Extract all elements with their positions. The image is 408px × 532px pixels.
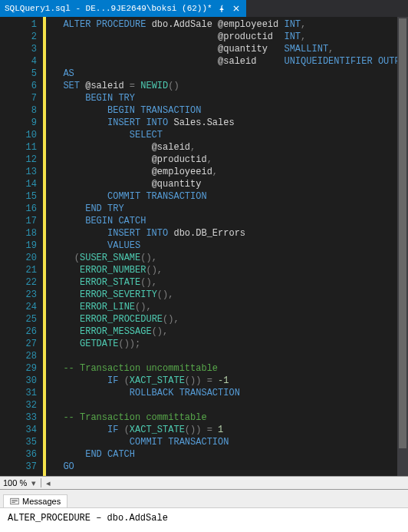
line-number: 27 (0, 338, 37, 350)
line-number: 32 (0, 399, 37, 411)
line-number: 17 (0, 215, 37, 227)
pin-icon[interactable] (217, 4, 226, 13)
line-number: 9 (0, 117, 37, 129)
line-number: 16 (0, 203, 37, 215)
zoom-dropdown-icon[interactable]: ▾ (31, 478, 36, 488)
output-tab-bar: Messages (0, 490, 408, 508)
code-line[interactable]: (SUSER_SNAME(), (52, 252, 408, 264)
code-line[interactable]: ROLLBACK TRANSACTION (52, 387, 408, 399)
code-line[interactable]: ERROR_PROCEDURE(), (52, 313, 408, 325)
line-number: 6 (0, 80, 37, 92)
separator (41, 478, 41, 487)
code-line[interactable]: @saleid, (52, 141, 408, 154)
code-line[interactable]: GO (52, 461, 408, 473)
code-line[interactable]: SET @saleid = NEWID() (52, 80, 408, 92)
code-line[interactable]: BEGIN TRANSACTION (52, 104, 408, 117)
code-line[interactable]: BEGIN TRY (52, 92, 408, 104)
tab-title: SQLQuery1.sql - DE...9JE2649\boksi (62))… (5, 4, 212, 13)
code-line[interactable]: ERROR_STATE(), (52, 276, 408, 289)
line-gutter: 1234567891011121314151617181920212223242… (0, 17, 43, 476)
scrollbar-thumb[interactable] (399, 18, 406, 448)
line-number: 15 (0, 190, 37, 203)
line-number: 13 (0, 166, 37, 178)
code-line[interactable]: COMMIT TRANSACTION (52, 436, 408, 448)
line-number: 8 (0, 104, 37, 117)
line-number: 4 (0, 55, 37, 68)
code-line[interactable]: IF (XACT_STATE()) = -1 (52, 375, 408, 387)
line-number: 20 (0, 252, 37, 264)
code-line[interactable]: ALTER PROCEDURE dbo.AddSale @employeeid … (52, 18, 408, 31)
code-line[interactable]: SELECT (52, 129, 408, 141)
code-line[interactable]: END CATCH (52, 448, 408, 461)
code-line[interactable]: END TRY (52, 203, 408, 215)
code-content[interactable]: ALTER PROCEDURE dbo.AddSale @employeeid … (46, 17, 408, 476)
zoom-level[interactable]: 100 % (3, 478, 27, 487)
messages-icon (10, 497, 19, 506)
code-line[interactable] (52, 350, 408, 362)
tab-bar: SQLQuery1.sql - DE...9JE2649\boksi (62))… (0, 0, 408, 17)
code-line[interactable]: BEGIN CATCH (52, 215, 408, 227)
line-number: 7 (0, 92, 37, 104)
code-line[interactable]: @productid, (52, 154, 408, 166)
line-number: 35 (0, 436, 37, 448)
line-number: 21 (0, 264, 37, 276)
line-number: 26 (0, 325, 37, 338)
code-line[interactable]: VALUES (52, 240, 408, 252)
code-line[interactable]: INSERT INTO Sales.Sales (52, 117, 408, 129)
line-number: 37 (0, 461, 37, 473)
line-number: 22 (0, 276, 37, 289)
code-line[interactable]: @saleid UNIQUEIDENTIFIER OUTPUT (52, 55, 408, 68)
nav-arrow-icon[interactable]: ◂ (46, 478, 51, 488)
line-number: 23 (0, 289, 37, 301)
line-number: 3 (0, 43, 37, 55)
line-number: 29 (0, 362, 37, 375)
messages-tab[interactable]: Messages (3, 494, 67, 507)
code-line[interactable]: @productid INT, (52, 31, 408, 43)
line-number: 11 (0, 141, 37, 154)
line-number: 10 (0, 129, 37, 141)
line-number: 25 (0, 313, 37, 325)
code-line[interactable] (52, 399, 408, 411)
line-number: 34 (0, 424, 37, 436)
line-number: 14 (0, 178, 37, 190)
message-text: ALTER_PROCEDURE – dbo.AddSale (8, 513, 168, 524)
code-line[interactable]: COMMIT TRANSACTION (52, 190, 408, 203)
messages-tab-label: Messages (22, 497, 61, 506)
code-line[interactable]: -- Transaction committable (52, 411, 408, 424)
code-line[interactable]: AS (52, 68, 408, 80)
code-line[interactable]: IF (XACT_STATE()) = 1 (52, 424, 408, 436)
close-icon[interactable] (231, 3, 242, 14)
line-number: 33 (0, 411, 37, 424)
code-editor[interactable]: 1234567891011121314151617181920212223242… (0, 17, 408, 476)
messages-panel[interactable]: ALTER_PROCEDURE – dbo.AddSale (0, 508, 408, 532)
line-number: 19 (0, 240, 37, 252)
code-line[interactable]: @employeeid, (52, 166, 408, 178)
code-line[interactable]: @quantity (52, 178, 408, 190)
status-bar: 100 % ▾ ◂ (0, 476, 408, 490)
code-line[interactable]: ERROR_MESSAGE(), (52, 325, 408, 338)
code-line[interactable]: GETDATE()); (52, 338, 408, 350)
code-line[interactable]: ERROR_SEVERITY(), (52, 289, 408, 301)
file-tab[interactable]: SQLQuery1.sql - DE...9JE2649\boksi (62))… (0, 0, 246, 17)
vertical-scrollbar[interactable] (397, 17, 408, 476)
code-line[interactable]: ERROR_NUMBER(), (52, 264, 408, 276)
code-line[interactable]: ERROR_LINE(), (52, 301, 408, 313)
line-number: 1 (0, 18, 37, 31)
code-line[interactable]: @quantity SMALLINT, (52, 43, 408, 55)
code-line[interactable]: -- Transaction uncommittable (52, 362, 408, 375)
line-number: 24 (0, 301, 37, 313)
code-line[interactable]: INSERT INTO dbo.DB_Errors (52, 227, 408, 240)
line-number: 2 (0, 31, 37, 43)
line-number: 12 (0, 154, 37, 166)
line-number: 30 (0, 375, 37, 387)
line-number: 5 (0, 68, 37, 80)
line-number: 36 (0, 448, 37, 461)
line-number: 18 (0, 227, 37, 240)
line-number: 28 (0, 350, 37, 362)
line-number: 31 (0, 387, 37, 399)
